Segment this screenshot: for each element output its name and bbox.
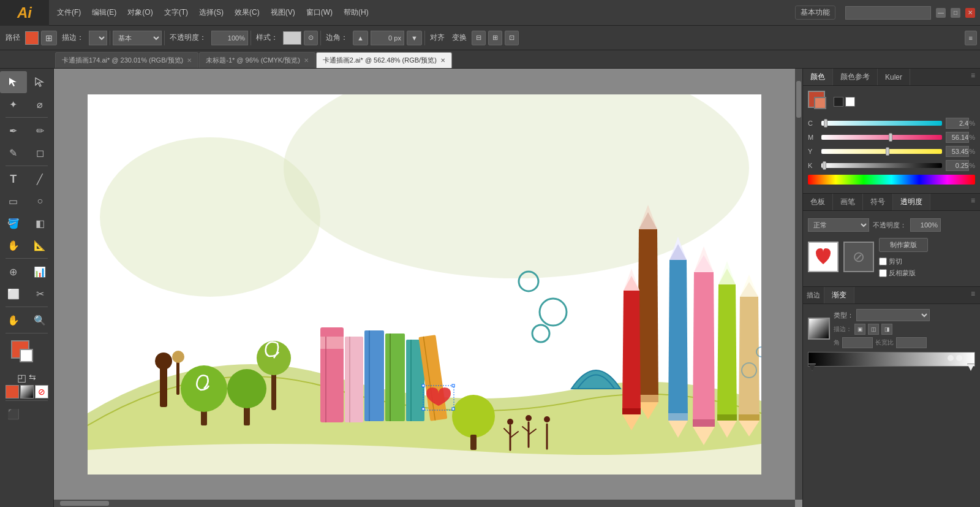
align-btn2[interactable]: ⊞ bbox=[488, 31, 502, 45]
hscroll-thumb[interactable] bbox=[60, 501, 109, 506]
magic-wand-tool[interactable]: ✦ bbox=[0, 93, 27, 115]
y-value[interactable] bbox=[946, 146, 969, 157]
k-thumb[interactable] bbox=[823, 161, 826, 170]
swatch-tab[interactable]: 色板 bbox=[803, 194, 833, 210]
opacity-input[interactable] bbox=[211, 31, 248, 45]
stroke-icon2[interactable]: ◫ bbox=[868, 324, 879, 335]
tab-1[interactable]: 未标题-1* @ 96% (CMYK/预览) ✕ bbox=[199, 52, 315, 68]
horizontal-scrollbar[interactable] bbox=[54, 500, 795, 507]
screen-mode-btn[interactable]: ⬛ bbox=[0, 403, 27, 425]
color-panel-menu[interactable]: ≡ bbox=[966, 69, 980, 85]
k-value[interactable] bbox=[946, 160, 969, 171]
gradient-stop-right[interactable] bbox=[967, 364, 974, 371]
corner-down[interactable]: ▼ bbox=[407, 31, 422, 45]
symbol-tool[interactable]: ⊕ bbox=[0, 261, 27, 283]
gradient-bar[interactable] bbox=[808, 352, 975, 367]
style-swatch[interactable] bbox=[283, 31, 301, 45]
tab-close-0[interactable]: ✕ bbox=[187, 57, 192, 64]
gradient-tool[interactable]: ◧ bbox=[27, 212, 54, 234]
stroke-select[interactable] bbox=[89, 31, 107, 45]
selection-tool[interactable] bbox=[0, 71, 27, 93]
lasso-tool[interactable]: ⌀ bbox=[27, 93, 54, 115]
corner-up[interactable]: ▲ bbox=[353, 31, 368, 45]
gradient-angle-input[interactable] bbox=[842, 337, 873, 348]
paintbucket-tool[interactable]: 🪣 bbox=[0, 212, 27, 234]
swap-colors-btn[interactable]: ⇆ bbox=[29, 372, 36, 384]
bg-color-box[interactable] bbox=[814, 97, 826, 109]
canvas-content[interactable]: g, bbox=[88, 94, 761, 475]
panel-toggle[interactable]: ≡ bbox=[965, 31, 977, 45]
gradient-ratio-input[interactable] bbox=[896, 337, 927, 348]
eyedropper-tool[interactable]: ✋ bbox=[0, 234, 27, 256]
eraser-tool[interactable]: ◻ bbox=[27, 142, 54, 164]
zoom-tool[interactable]: 🔍 bbox=[27, 309, 54, 331]
y-thumb[interactable] bbox=[886, 147, 889, 156]
bw-bg[interactable] bbox=[845, 97, 855, 107]
brush-tab[interactable]: 画笔 bbox=[833, 194, 863, 210]
m-track[interactable] bbox=[821, 135, 942, 140]
color-spectrum[interactable] bbox=[808, 175, 975, 185]
artboard-tool[interactable]: ⬜ bbox=[0, 283, 27, 305]
maximize-button[interactable]: □ bbox=[951, 8, 960, 18]
corner-input[interactable] bbox=[371, 31, 404, 45]
menu-select[interactable]: 选择(S) bbox=[194, 5, 228, 20]
symbol-tab[interactable]: 符号 bbox=[863, 194, 893, 210]
color-ref-tab[interactable]: 颜色参考 bbox=[833, 69, 878, 85]
default-colors-btn[interactable]: ◰ bbox=[17, 372, 26, 384]
rect-tool[interactable]: ▭ bbox=[0, 190, 27, 212]
fill-swatch[interactable] bbox=[25, 31, 39, 45]
search-input[interactable] bbox=[845, 6, 931, 20]
menu-help[interactable]: 帮助(H) bbox=[339, 5, 374, 20]
menu-object[interactable]: 对象(O) bbox=[123, 5, 157, 20]
menu-view[interactable]: 视图(V) bbox=[266, 5, 300, 20]
hand-tool[interactable]: ✋ bbox=[0, 309, 27, 331]
text-tool[interactable]: T bbox=[0, 168, 27, 190]
opacity-value-input[interactable] bbox=[910, 218, 941, 232]
gradient-label-tab[interactable]: 渐变 bbox=[824, 287, 854, 303]
gradient-stop-left[interactable] bbox=[809, 364, 816, 371]
measure-tool[interactable]: 📐 bbox=[27, 234, 54, 256]
ellipse-tool[interactable]: ○ bbox=[27, 190, 54, 212]
transparency-tab[interactable]: 透明度 bbox=[893, 194, 930, 210]
stroke-color-swatch[interactable] bbox=[20, 349, 33, 362]
make-mask-button[interactable]: 制作蒙版 bbox=[879, 238, 928, 252]
clip-checkbox[interactable] bbox=[879, 257, 887, 265]
pencil-tool[interactable]: ✎ bbox=[0, 142, 27, 164]
k-track[interactable] bbox=[821, 163, 942, 168]
gradient-preview-swatch[interactable] bbox=[808, 318, 830, 340]
pen-tool[interactable]: ✒ bbox=[0, 120, 27, 142]
kuler-tab[interactable]: Kuler bbox=[878, 69, 910, 85]
y-track[interactable] bbox=[821, 149, 942, 154]
color-mode-btn[interactable] bbox=[6, 385, 19, 398]
stroke-icon1[interactable]: ▣ bbox=[854, 324, 865, 335]
menu-effect[interactable]: 效果(C) bbox=[230, 5, 265, 20]
menu-edit[interactable]: 编辑(E) bbox=[87, 5, 121, 20]
m-value[interactable] bbox=[946, 132, 969, 143]
direct-selection-tool[interactable] bbox=[27, 71, 54, 93]
align-btn3[interactable]: ⊡ bbox=[505, 31, 519, 45]
bw-fg[interactable] bbox=[834, 97, 843, 107]
c-value[interactable] bbox=[946, 118, 969, 129]
line-tool[interactable]: ╱ bbox=[27, 168, 54, 190]
stroke-toggle[interactable]: ⊞ bbox=[41, 31, 57, 45]
menu-window[interactable]: 窗口(W) bbox=[301, 5, 337, 20]
brush-tool[interactable]: ✏ bbox=[27, 120, 54, 142]
menu-text[interactable]: 文字(T) bbox=[159, 5, 193, 20]
stroke-icon3[interactable]: ◨ bbox=[881, 324, 892, 335]
tab-0[interactable]: 卡通插画174.ai* @ 230.01% (RGB/预览) ✕ bbox=[55, 52, 198, 68]
tab-2[interactable]: 卡通插画2.ai* @ 562.48% (RGB/预览) ✕ bbox=[316, 52, 452, 68]
tab-close-2[interactable]: ✕ bbox=[440, 57, 445, 64]
tab-close-1[interactable]: ✕ bbox=[304, 57, 309, 64]
color-tab[interactable]: 颜色 bbox=[803, 69, 833, 85]
invert-checkbox[interactable] bbox=[879, 269, 887, 277]
line-select[interactable]: 基本 bbox=[113, 31, 162, 45]
gradient-panel-menu[interactable]: ≡ bbox=[966, 287, 980, 303]
align-btn1[interactable]: ⊟ bbox=[472, 31, 486, 45]
canvas-area[interactable]: g, bbox=[54, 69, 802, 507]
none-mode-btn[interactable]: ⊘ bbox=[35, 385, 48, 398]
close-button[interactable]: ✕ bbox=[965, 8, 975, 18]
graph-tool[interactable]: 📊 bbox=[27, 261, 54, 283]
menu-file[interactable]: 文件(F) bbox=[52, 5, 86, 20]
minimize-button[interactable]: — bbox=[936, 8, 946, 18]
mask-thumb-main[interactable] bbox=[808, 242, 839, 272]
